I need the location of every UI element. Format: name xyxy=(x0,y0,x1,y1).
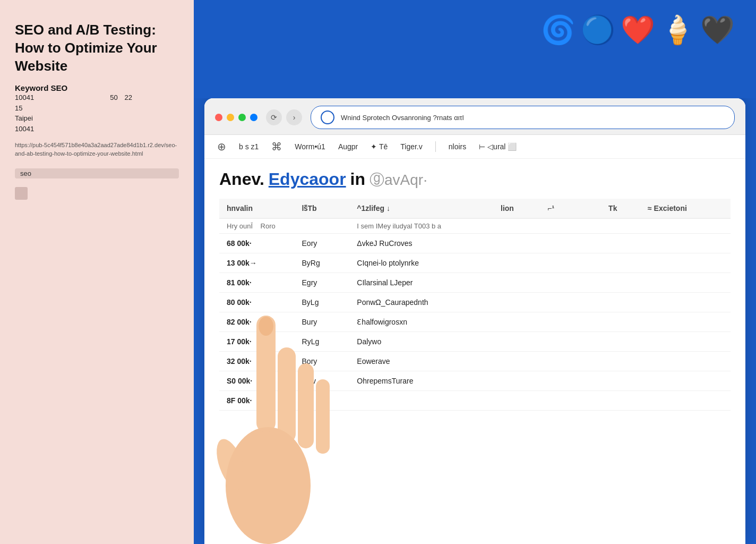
table-row: 32 00k· Bory Eowerave xyxy=(219,352,731,371)
table-row: 17 00k· RyLg Dalywo xyxy=(219,332,731,352)
nav-back-button[interactable]: ⟳ xyxy=(266,109,282,125)
td-val-3: ΔvkeJ RuCroves xyxy=(349,234,493,253)
td-val-1: 17 00k· xyxy=(219,332,295,352)
th-3: ^1zlifeg ↓ xyxy=(349,199,493,218)
td-val-3: CIqnei-lo ptolynrke xyxy=(349,253,493,273)
page-title-main: Anev. xyxy=(219,169,264,189)
sidebar-url: https://pub-5c454f571b8e40a3a2aad27ade84… xyxy=(15,141,179,158)
svg-point-0 xyxy=(226,427,311,544)
td-val-2: Bory xyxy=(295,352,350,371)
toolbar-icon-1[interactable]: ⊕ xyxy=(217,140,226,153)
table-row: 81 00k· Egry CIlarsinal LJeper xyxy=(219,273,731,293)
page-title-in: in xyxy=(350,169,365,189)
th-2: ls̃Tb xyxy=(295,199,350,218)
nav-controls: ⟳ › xyxy=(266,109,302,125)
emoji-4: 🍦 xyxy=(660,16,695,44)
page-title-sub: ⓖavAqr· xyxy=(370,170,427,190)
td-val-1: S0 00k· xyxy=(219,371,295,391)
table-row: S0 00k· Nillv OhrepemsTurare xyxy=(219,371,731,391)
td-val-2: Nillv xyxy=(295,371,350,391)
page-title-row: Anev. Edycaoor in ⓖavAqr· xyxy=(219,169,731,190)
table-row: 82 00k· Bury Ɛhalfowigrosxn xyxy=(219,312,731,332)
browser-chrome: ⟳ › Wnind Sprotech Ovsanroning ?rnats αι… xyxy=(204,98,745,135)
th-8: ≈ Excietoni xyxy=(640,199,731,218)
td-val-3: Ɛhalfowigrosxn xyxy=(349,312,493,332)
sidebar-meta-label: Keyword SEO xyxy=(15,83,179,92)
emoji-2: 🔵 xyxy=(581,16,615,44)
td-val-3: CIlarsinal LJeper xyxy=(349,273,493,293)
td-val-1: 68 00k· xyxy=(219,234,295,253)
td-val-1: 80 00k· xyxy=(219,293,295,312)
top-blue: 🌀 🔵 ❤️ 🍦 🖤 xyxy=(194,0,756,98)
page-title-blue: Edycaoor xyxy=(269,169,346,189)
traffic-lights xyxy=(215,114,257,121)
data-table: hnvalin ls̃Tb ^1zlifeg ↓ lion ⌐¹ Tk ≈ Ex… xyxy=(219,199,731,411)
td-val-3: PonwΩ_Caurapednth xyxy=(349,293,493,312)
address-text: Wnind Sprotech Ovsanroning ?rnats αιτl xyxy=(341,114,725,122)
toolbar-label-worm[interactable]: Worm•ú1 xyxy=(295,142,325,151)
toolbar-label-1[interactable]: b s z1 xyxy=(239,142,259,151)
td-val-2: Bury xyxy=(295,312,350,332)
sidebar: SEO and A/B Testing: How to Optimize You… xyxy=(0,0,194,544)
emoji-5: 🖤 xyxy=(700,16,735,44)
svg-point-1 xyxy=(211,435,251,493)
browser-toolbar: ⊕ b s z1 ⌘ Worm•ú1 Augpr ✦ Tē Tiger.v nl… xyxy=(204,135,745,159)
subheader-left: Hry ounĪ Roro xyxy=(219,218,349,234)
td-val-1: 81 00k· xyxy=(219,273,295,293)
td-val-3: Eowerave xyxy=(349,352,493,371)
svg-point-7 xyxy=(226,427,311,544)
nav-forward-button[interactable]: › xyxy=(286,109,302,125)
toolbar-label-tiger[interactable]: Tiger.v xyxy=(400,142,423,151)
td-val-2: Eory xyxy=(295,234,350,253)
th-4: lion xyxy=(493,199,540,218)
toolbar-label-ural[interactable]: ⊢ ◁ural ⬜ xyxy=(479,142,517,151)
sidebar-title: SEO and A/B Testing: How to Optimize You… xyxy=(15,21,179,75)
td-val-1: 82 00k· xyxy=(219,312,295,332)
td-val-2: ByLg xyxy=(295,293,350,312)
th-6 xyxy=(576,199,601,218)
td-val-1: 13 00k→ xyxy=(219,253,295,273)
table-row: 8F 00k· xyxy=(219,391,731,411)
table-row: 80 00k· ByLg PonwΩ_Caurapednth xyxy=(219,293,731,312)
toolbar-icon-2[interactable]: ⌘ xyxy=(271,140,282,153)
traffic-light-green[interactable] xyxy=(238,114,246,121)
browser-content: Anev. Edycaoor in ⓖavAqr· hnvalin ls̃Tb … xyxy=(204,159,745,544)
table-row: 13 00k→ ByRg CIqnei-lo ptolynrke xyxy=(219,253,731,273)
td-val-3: OhrepemsTurare xyxy=(349,371,493,391)
traffic-light-blue[interactable] xyxy=(250,114,257,121)
address-circle-icon xyxy=(321,110,334,124)
toolbar-label-te[interactable]: ✦ Tē xyxy=(371,142,388,151)
td-val-1: 8F 00k· xyxy=(219,391,295,411)
browser-window: ⟳ › Wnind Sprotech Ovsanroning ?rnats αι… xyxy=(204,98,745,544)
th-7: Tk xyxy=(601,199,640,218)
traffic-light-yellow[interactable] xyxy=(227,114,234,121)
main-area: 🌀 🔵 ❤️ 🍦 🖤 ⟳ › Wnind Sprotech Ovsanroni xyxy=(194,0,756,544)
table-row: 68 00k· Eory ΔvkeJ RuCroves xyxy=(219,234,731,253)
sidebar-tag-box xyxy=(15,187,28,200)
toolbar-label-nloirs[interactable]: nloirs xyxy=(449,142,466,151)
sidebar-tag: seo xyxy=(15,168,179,178)
sidebar-meta-value: 10041 50 22 15 Taipei 10041 xyxy=(15,92,179,134)
td-val-2: Egry xyxy=(295,273,350,293)
subheader-right: I sem IMey iludyal T003 b a xyxy=(349,218,731,234)
traffic-light-red[interactable] xyxy=(215,114,222,121)
emoji-icons: 🌀 🔵 ❤️ 🍦 🖤 xyxy=(541,16,735,44)
address-bar[interactable]: Wnind Sprotech Ovsanroning ?rnats αιτl xyxy=(311,106,735,129)
td-val-2: RyLg xyxy=(295,332,350,352)
th-1: hnvalin xyxy=(219,199,295,218)
emoji-3: ❤️ xyxy=(621,16,655,44)
toolbar-label-augpr[interactable]: Augpr xyxy=(338,142,358,151)
th-5: ⌐¹ xyxy=(540,199,576,218)
td-val-2: ByRg xyxy=(295,253,350,273)
td-val-1: 32 00k· xyxy=(219,352,295,371)
td-val-3: Dalywo xyxy=(349,332,493,352)
emoji-1: 🌀 xyxy=(541,16,575,44)
toolbar-separator xyxy=(435,141,436,152)
